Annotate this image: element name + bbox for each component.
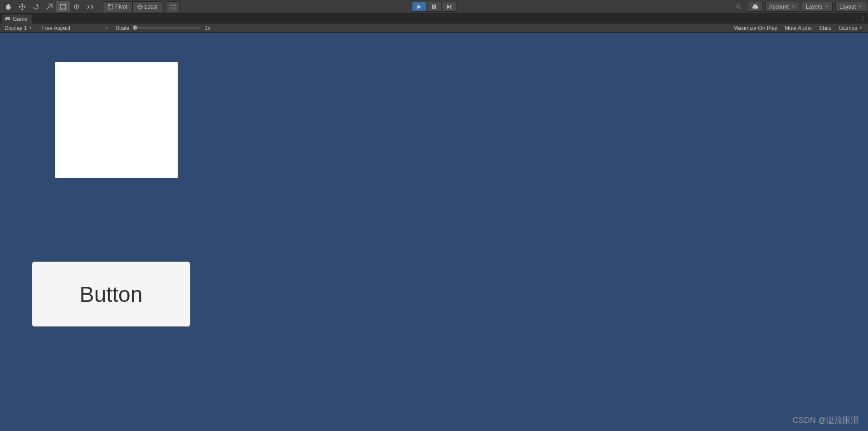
rotate-tool[interactable]: [29, 1, 43, 12]
local-label: Local: [145, 4, 158, 10]
pause-button[interactable]: [427, 2, 441, 12]
scale-control: Scale 1x: [116, 25, 210, 31]
main-toolbar: Pivot Local Account ▼ Layers ▼: [0, 0, 868, 14]
stats-label: Stats: [819, 25, 831, 31]
tab-bar: Game ⋮: [0, 14, 868, 24]
hand-tool[interactable]: [2, 1, 15, 12]
game-icon: [5, 16, 11, 22]
play-button[interactable]: [412, 2, 427, 12]
local-toggle[interactable]: Local: [132, 1, 163, 12]
mute-audio-label: Mute Audio: [785, 25, 812, 31]
pivot-label: Pivot: [115, 4, 127, 10]
watermark: CSDN @溢流眼泪: [793, 415, 859, 426]
chevron-down-icon: ▼: [105, 26, 108, 30]
snap-toggle[interactable]: [167, 1, 179, 12]
scale-slider-thumb[interactable]: [133, 25, 137, 30]
display-label: Display 1: [5, 25, 27, 31]
svg-rect-0: [61, 5, 65, 9]
svg-rect-9: [435, 5, 436, 9]
maximize-on-play-toggle[interactable]: Maximize On Play: [730, 24, 781, 32]
scale-label: Scale: [116, 25, 129, 31]
chevron-down-icon: ▼: [791, 5, 795, 9]
layers-dropdown[interactable]: Layers ▼: [802, 2, 833, 12]
layout-dropdown[interactable]: Layout ▼: [835, 2, 866, 12]
gizmos-label: Gizmos: [839, 25, 857, 31]
layers-label: Layers: [806, 4, 822, 10]
tab-game[interactable]: Game: [2, 15, 32, 24]
transform-tools: [2, 1, 97, 12]
maximize-label: Maximize On Play: [733, 25, 777, 31]
chevron-down-icon: ▼: [825, 5, 829, 9]
svg-point-4: [65, 8, 66, 10]
scale-value: 1x: [204, 25, 210, 31]
step-button[interactable]: [441, 2, 456, 12]
scale-tool[interactable]: [43, 1, 56, 12]
svg-point-11: [738, 6, 739, 7]
chevron-down-icon: ▼: [29, 26, 32, 30]
game-toolbar-right: Maximize On Play Mute Audio Stats Gizmos…: [730, 24, 866, 32]
layout-label: Layout: [839, 4, 856, 10]
transform-tool[interactable]: [70, 1, 83, 12]
svg-point-2: [65, 4, 66, 5]
svg-point-7: [109, 5, 110, 6]
svg-point-1: [60, 4, 62, 5]
game-toolbar: Display 1 ▼ Free Aspect ▼ Scale 1x Maxim…: [0, 24, 868, 33]
custom-tools[interactable]: [83, 1, 97, 12]
aspect-label: Free Aspect: [41, 25, 70, 31]
toolbar-right: Account ▼ Layers ▼ Layout ▼: [732, 2, 866, 12]
mute-audio-toggle[interactable]: Mute Audio: [781, 24, 815, 32]
display-dropdown[interactable]: Display 1 ▼: [2, 24, 35, 32]
playback-controls: [412, 2, 456, 12]
white-panel: [55, 62, 178, 178]
game-viewport: Button: [0, 33, 868, 431]
ui-button[interactable]: Button: [32, 262, 190, 327]
chevron-down-icon: ▼: [859, 26, 863, 30]
aspect-dropdown[interactable]: Free Aspect ▼: [39, 24, 111, 32]
pivot-toggle[interactable]: Pivot: [103, 1, 132, 12]
rect-tool[interactable]: [56, 1, 70, 12]
chevron-down-icon: ▼: [858, 5, 862, 9]
search-icon-button[interactable]: [732, 2, 745, 12]
account-dropdown[interactable]: Account ▼: [765, 2, 799, 12]
cloud-button[interactable]: [748, 2, 762, 12]
move-tool[interactable]: [15, 1, 29, 12]
svg-point-3: [60, 8, 62, 10]
stats-toggle[interactable]: Stats: [815, 24, 835, 32]
scale-slider[interactable]: [133, 27, 201, 29]
account-label: Account: [769, 4, 789, 10]
svg-rect-8: [432, 5, 434, 9]
separator: [100, 2, 100, 11]
ui-button-label: Button: [80, 282, 143, 307]
tab-game-label: Game: [13, 16, 28, 22]
tab-menu-icon[interactable]: ⋮: [860, 15, 866, 22]
gizmos-dropdown[interactable]: Gizmos ▼: [835, 24, 866, 32]
